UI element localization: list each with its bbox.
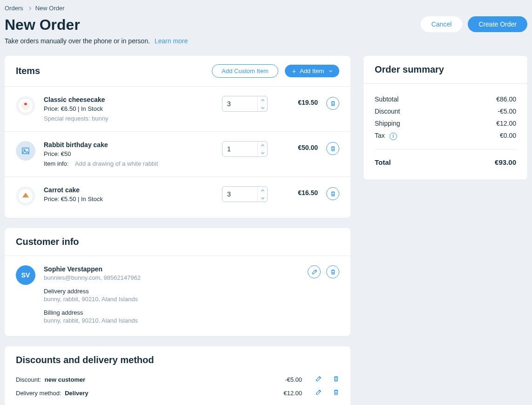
quantity-input[interactable] (222, 97, 257, 110)
tax-value: €0.00 (500, 132, 516, 140)
pencil-icon (315, 376, 322, 382)
chevron-right-icon (27, 6, 31, 10)
edit-customer-button[interactable] (308, 265, 321, 278)
item-total: €50.00 (276, 141, 318, 151)
plus-icon: + (292, 68, 296, 74)
tax-label: Tax (375, 132, 385, 139)
svg-point-1 (21, 101, 30, 110)
trash-icon (330, 101, 336, 107)
delivery-address-value: bunny, rabbit, 90210, Aland Islands (44, 296, 299, 303)
edit-discount-button[interactable] (315, 376, 322, 384)
stepper-down[interactable] (258, 104, 267, 111)
page-subtitle: Take orders manually over the phone or i… (5, 37, 188, 45)
delivery-method-amount: €12.00 (269, 390, 302, 397)
item-name: Classic cheesecake (44, 96, 214, 103)
item-thumbnail (16, 186, 35, 206)
item-name: Carrot cake (44, 186, 214, 194)
item-name: Rabbit birthday cake (44, 141, 214, 148)
order-summary-title: Order summary (375, 64, 444, 75)
delivery-method-name: Delivery (65, 390, 88, 397)
trash-icon (330, 269, 336, 275)
subtitle-text: Take orders manually over the phone or i… (5, 37, 150, 45)
subtotal-value: €86.00 (496, 95, 516, 103)
billing-address-label: Billing address (44, 309, 299, 316)
item-thumbnail (16, 96, 35, 115)
customer-info-card: Customer info SV Sophie Verstappen bunni… (5, 228, 350, 336)
shipping-value: €12.00 (496, 120, 516, 127)
subtotal-label: Subtotal (375, 95, 398, 103)
delete-item-button[interactable] (326, 97, 339, 110)
customer-contact: bunnies@bunny.com, 98562147962 (44, 274, 299, 281)
stepper-up[interactable] (258, 142, 267, 149)
total-value: €93.00 (495, 158, 516, 166)
breadcrumb-current: New Order (35, 5, 65, 12)
item-info-value: Add a drawing of a white rabbit (75, 160, 158, 167)
customer-info-title: Customer info (16, 236, 79, 247)
delete-discount-button[interactable] (333, 376, 339, 384)
delete-item-button[interactable] (326, 187, 339, 200)
discount-amount: -€5.00 (269, 376, 302, 383)
info-icon[interactable]: i (390, 133, 397, 140)
items-card: Items Add Custom Item + Add Item Classic… (5, 56, 350, 218)
quantity-stepper[interactable] (222, 96, 268, 112)
delete-item-button[interactable] (326, 142, 339, 155)
trash-icon (330, 191, 336, 197)
learn-more-link[interactable]: Learn more (155, 37, 188, 45)
item-info-label: Item info: (44, 160, 68, 167)
shipping-label: Shipping (375, 120, 400, 127)
summary-discount-value: -€5.00 (498, 108, 516, 115)
chevron-down-icon (329, 69, 332, 72)
item-price-stock: Price: €6.50 | In Stock (44, 105, 214, 112)
edit-delivery-button[interactable] (315, 389, 322, 397)
quantity-input[interactable] (222, 142, 257, 155)
image-placeholder-icon (21, 147, 30, 155)
pencil-icon (315, 389, 322, 396)
stepper-down[interactable] (258, 194, 267, 202)
discounts-card: Discounts and delivery method Discount: … (5, 346, 350, 405)
delete-delivery-button[interactable] (333, 389, 339, 397)
page-title: New Order (5, 16, 188, 34)
stepper-up[interactable] (258, 187, 267, 194)
delivery-method-label: Delivery method: (16, 390, 61, 397)
customer-name: Sophie Verstappen (44, 265, 299, 273)
pencil-icon (311, 269, 317, 275)
discount-name: new customer (45, 376, 85, 383)
add-item-button[interactable]: + Add Item (285, 65, 339, 77)
svg-rect-3 (22, 148, 29, 154)
items-title: Items (16, 66, 40, 76)
svg-point-2 (24, 103, 27, 105)
delete-customer-button[interactable] (326, 265, 339, 278)
add-item-label: Add Item (300, 68, 324, 74)
quantity-stepper[interactable] (222, 186, 268, 202)
quantity-stepper[interactable] (222, 141, 268, 157)
stepper-up[interactable] (258, 96, 267, 104)
order-summary-card: Order summary Subtotal €86.00 Discount -… (364, 56, 527, 180)
cancel-button[interactable]: Cancel (421, 16, 463, 32)
item-row: Rabbit birthday cake Price: €50 Item inf… (5, 132, 350, 177)
item-special-requests: Special requests: bunny (44, 115, 214, 122)
delivery-address-label: Delivery address (44, 288, 299, 295)
add-custom-item-button[interactable]: Add Custom Item (212, 64, 278, 78)
trash-icon (333, 389, 339, 396)
customer-avatar: SV (16, 265, 35, 285)
discounts-title: Discounts and delivery method (16, 355, 154, 365)
item-price-stock: Price: €5.50 | In Stock (44, 196, 214, 202)
total-label: Total (375, 158, 391, 166)
breadcrumb-parent[interactable]: Orders (5, 5, 23, 12)
item-total: €16.50 (276, 186, 318, 196)
breadcrumb: Orders New Order (5, 5, 527, 12)
item-total: €19.50 (276, 96, 318, 106)
item-price-stock: Price: €50 (44, 150, 214, 157)
summary-discount-label: Discount (375, 108, 400, 115)
item-row: Classic cheesecake Price: €6.50 | In Sto… (5, 87, 350, 132)
trash-icon (330, 146, 336, 152)
stepper-down[interactable] (258, 149, 267, 156)
item-thumbnail (16, 141, 35, 161)
quantity-input[interactable] (222, 188, 257, 201)
trash-icon (333, 376, 339, 382)
billing-address-value: bunny, rabbit, 90210, Aland Islands (44, 317, 299, 324)
item-row: Carrot cake Price: €5.50 | In Stock €16.… (5, 177, 350, 218)
create-order-button[interactable]: Create Order (468, 16, 527, 32)
discount-label: Discount: (16, 376, 41, 383)
